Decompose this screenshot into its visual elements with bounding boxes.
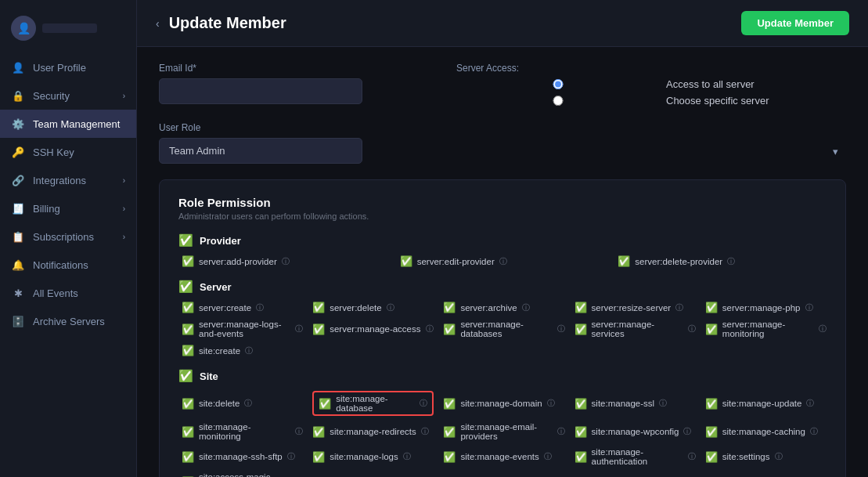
- perm-server-manage-databases: ✅ server:manage-databases ⓘ: [443, 320, 564, 338]
- perm-site-manage-update: ✅ site:manage-update ⓘ: [705, 391, 827, 416]
- sidebar-item-all-events[interactable]: ✱ All Events: [0, 279, 136, 307]
- info-icon[interactable]: ⓘ: [420, 398, 427, 409]
- chevron-icon: ›: [123, 204, 125, 213]
- info-icon[interactable]: ⓘ: [547, 398, 555, 409]
- info-icon[interactable]: ⓘ: [256, 302, 264, 313]
- info-icon[interactable]: ⓘ: [426, 323, 434, 334]
- sidebar-item-label: Integrations: [33, 175, 86, 186]
- info-icon[interactable]: ⓘ: [403, 451, 411, 462]
- check-icon: ✅: [182, 426, 194, 438]
- sidebar-item-integrations[interactable]: 🔗 Integrations ›: [0, 166, 136, 194]
- perm-site-manage-logs: ✅ site:manage-logs ⓘ: [312, 447, 434, 466]
- perm-label: site:manage-database: [336, 394, 415, 413]
- info-icon[interactable]: ⓘ: [688, 323, 696, 334]
- check-icon: ✅: [182, 345, 194, 356]
- update-member-button[interactable]: Update Member: [741, 11, 849, 35]
- sidebar-item-label: Subscriptions: [33, 231, 94, 243]
- sidebar-item-ssh-key[interactable]: 🔑 SSH Key: [0, 138, 136, 166]
- sidebar-item-subscriptions[interactable]: 📋 Subscriptions ›: [0, 222, 136, 251]
- avatar-name: [42, 23, 97, 33]
- radio-all-servers[interactable]: Access to all server: [456, 78, 769, 90]
- sidebar-item-security[interactable]: 🔒 Security ›: [0, 81, 136, 110]
- perm-label: server:manage-databases: [460, 320, 552, 338]
- perm-site-manage-events: ✅ site:manage-events ⓘ: [443, 447, 564, 466]
- back-button[interactable]: ‹: [156, 17, 160, 30]
- integrations-icon: 🔗: [11, 173, 25, 187]
- site-section: ✅ Site ✅ site:delete ⓘ ✅ site:manage-dat…: [178, 369, 827, 477]
- sidebar-item-label: Security: [33, 90, 70, 102]
- check-icon: ✅: [182, 398, 194, 410]
- perm-site-manage-database: ✅ site:manage-database ⓘ: [312, 391, 434, 416]
- perm-label: server:edit-provider: [417, 257, 495, 266]
- perm-label: site:manage-caching: [722, 427, 805, 436]
- perm-server-manage-access: ✅ server:manage-access ⓘ: [312, 320, 434, 338]
- info-icon[interactable]: ⓘ: [287, 451, 295, 462]
- info-icon[interactable]: ⓘ: [775, 451, 783, 462]
- sidebar-item-billing[interactable]: 🧾 Billing ›: [0, 194, 136, 222]
- radio-all-servers-label: Access to all server: [666, 78, 755, 90]
- role-select[interactable]: Team Admin: [159, 138, 362, 164]
- provider-check-icon: ✅: [178, 233, 193, 248]
- radio-specific-servers[interactable]: Choose specific server: [456, 95, 769, 107]
- info-icon[interactable]: ⓘ: [806, 398, 814, 409]
- info-icon[interactable]: ⓘ: [522, 302, 530, 313]
- info-icon[interactable]: ⓘ: [727, 256, 735, 267]
- perm-site-access-magic-login: ✅ site:access-magic-login ⓘ: [182, 472, 303, 477]
- perm-site-manage-monitoring: ✅ site:manage-monitoring ⓘ: [182, 422, 303, 441]
- info-icon[interactable]: ⓘ: [245, 345, 253, 356]
- info-icon[interactable]: ⓘ: [544, 451, 552, 462]
- perm-label: server:add-provider: [199, 257, 277, 266]
- provider-section-header: ✅ Provider: [178, 233, 827, 248]
- radio-specific-servers-label: Choose specific server: [666, 95, 769, 107]
- info-icon[interactable]: ⓘ: [557, 426, 565, 437]
- topbar: ‹ Update Member Update Member: [137, 0, 868, 47]
- perm-server-add-provider: ✅ server:add-provider ⓘ: [182, 255, 391, 267]
- info-icon[interactable]: ⓘ: [810, 426, 818, 437]
- info-icon[interactable]: ⓘ: [499, 256, 507, 267]
- perm-label: site:manage-ssl: [592, 399, 655, 408]
- info-icon[interactable]: ⓘ: [683, 426, 691, 437]
- notifications-icon: 🔔: [11, 258, 25, 272]
- check-icon: ✅: [443, 302, 456, 313]
- info-icon[interactable]: ⓘ: [557, 323, 565, 334]
- info-icon[interactable]: ⓘ: [244, 398, 252, 409]
- permissions-title: Role Permission: [178, 196, 827, 209]
- perm-site-settings: ✅ site:settings ⓘ: [705, 447, 827, 466]
- perm-server-archive: ✅ server:archive ⓘ: [443, 302, 564, 313]
- perm-site-manage-email-providers: ✅ site:manage-email-providers ⓘ: [443, 422, 564, 441]
- info-icon[interactable]: ⓘ: [421, 426, 429, 437]
- site-section-title: Site: [200, 370, 218, 382]
- sidebar-item-archive-servers[interactable]: 🗄️ Archive Servers: [0, 307, 136, 335]
- perm-server-manage-monitoring: ✅ server:manage-monitoring ⓘ: [705, 320, 827, 338]
- perm-label: site:manage-monitoring: [199, 422, 290, 441]
- chevron-icon: ›: [123, 176, 125, 185]
- perm-label: site:manage-redirects: [330, 427, 416, 436]
- info-icon[interactable]: ⓘ: [819, 323, 827, 334]
- info-icon[interactable]: ⓘ: [387, 302, 394, 313]
- info-icon[interactable]: ⓘ: [282, 256, 290, 267]
- perm-label: server:manage-monitoring: [722, 320, 814, 338]
- info-icon[interactable]: ⓘ: [805, 302, 813, 313]
- perm-site-create: ✅ site:create ⓘ: [182, 345, 303, 356]
- subscriptions-icon: 📋: [11, 229, 25, 244]
- sidebar-item-user-profile[interactable]: 👤 User Profile: [0, 53, 136, 81]
- radio-specific-servers-input[interactable]: [456, 96, 660, 106]
- form-area: Email Id* Server Access: Access to all s…: [137, 47, 868, 477]
- info-icon[interactable]: ⓘ: [675, 302, 683, 313]
- sidebar-item-label: User Profile: [33, 62, 86, 74]
- check-icon: ✅: [319, 398, 331, 410]
- check-icon: ✅: [443, 451, 456, 463]
- sidebar-item-notifications[interactable]: 🔔 Notifications: [0, 251, 136, 279]
- radio-all-servers-input[interactable]: [456, 79, 660, 89]
- email-input[interactable]: [159, 78, 362, 104]
- check-icon: ✅: [618, 255, 630, 267]
- info-icon[interactable]: ⓘ: [688, 451, 696, 462]
- info-icon[interactable]: ⓘ: [295, 323, 303, 334]
- check-icon: ✅: [312, 451, 325, 463]
- perm-label: site:delete: [199, 399, 240, 408]
- info-icon[interactable]: ⓘ: [295, 426, 303, 437]
- perm-server-edit-provider: ✅ server:edit-provider ⓘ: [400, 255, 609, 267]
- chevron-icon: ›: [123, 233, 125, 241]
- info-icon[interactable]: ⓘ: [659, 398, 667, 409]
- sidebar-item-team-management[interactable]: ⚙️ Team Management: [0, 110, 136, 138]
